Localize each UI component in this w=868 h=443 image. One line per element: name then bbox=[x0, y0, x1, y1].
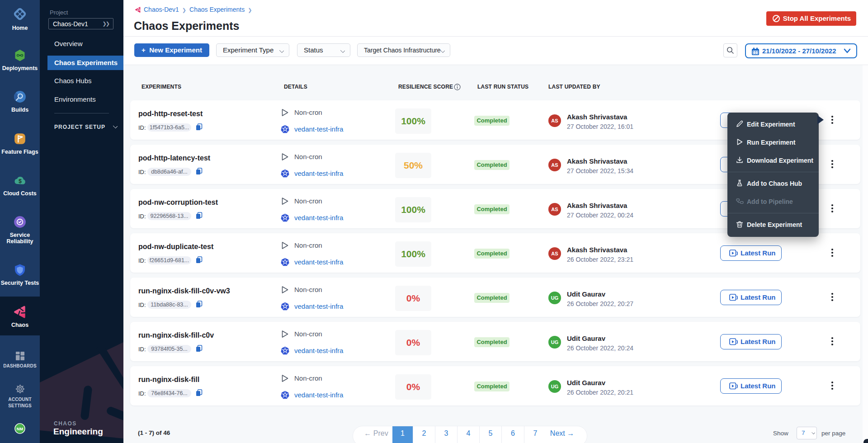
svg-text:$: $ bbox=[19, 178, 22, 184]
svg-text:NM: NM bbox=[17, 427, 24, 431]
